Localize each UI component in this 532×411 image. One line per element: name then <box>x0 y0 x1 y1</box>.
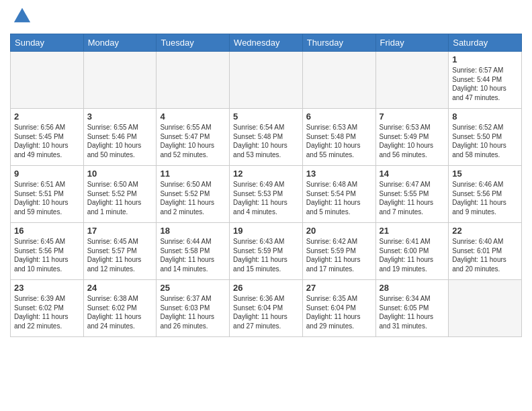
day-info: Sunrise: 6:50 AM Sunset: 5:52 PM Dayligh… <box>87 180 153 216</box>
calendar-cell <box>157 52 230 109</box>
calendar-cell: 3Sunrise: 6:55 AM Sunset: 5:46 PM Daylig… <box>83 109 157 166</box>
logo-icon <box>13 7 32 26</box>
day-info: Sunrise: 6:55 AM Sunset: 5:47 PM Dayligh… <box>160 123 226 159</box>
day-info: Sunrise: 6:44 AM Sunset: 5:58 PM Dayligh… <box>160 237 226 273</box>
day-info: Sunrise: 6:36 AM Sunset: 6:04 PM Dayligh… <box>233 294 299 330</box>
calendar-cell: 19Sunrise: 6:43 AM Sunset: 5:59 PM Dayli… <box>230 223 303 280</box>
day-info: Sunrise: 6:39 AM Sunset: 6:02 PM Dayligh… <box>14 294 80 330</box>
day-info: Sunrise: 6:37 AM Sunset: 6:03 PM Dayligh… <box>160 294 226 330</box>
calendar-body: 1Sunrise: 6:57 AM Sunset: 5:44 PM Daylig… <box>11 52 522 337</box>
day-number: 2 <box>14 111 80 122</box>
day-header-friday: Friday <box>375 34 449 52</box>
day-number: 5 <box>233 111 299 122</box>
day-header-monday: Monday <box>83 34 157 52</box>
calendar-week-5: 23Sunrise: 6:39 AM Sunset: 6:02 PM Dayli… <box>11 280 522 337</box>
calendar-cell: 2Sunrise: 6:56 AM Sunset: 5:45 PM Daylig… <box>11 109 84 166</box>
calendar-cell: 23Sunrise: 6:39 AM Sunset: 6:02 PM Dayli… <box>11 280 84 337</box>
day-info: Sunrise: 6:41 AM Sunset: 6:00 PM Dayligh… <box>380 237 445 273</box>
calendar-cell: 15Sunrise: 6:46 AM Sunset: 5:56 PM Dayli… <box>449 166 522 223</box>
day-info: Sunrise: 6:57 AM Sunset: 5:44 PM Dayligh… <box>452 66 518 102</box>
day-number: 22 <box>452 226 518 236</box>
day-header-sunday: Sunday <box>11 34 84 52</box>
day-number: 21 <box>380 226 445 236</box>
calendar-cell: 21Sunrise: 6:41 AM Sunset: 6:00 PM Dayli… <box>375 223 449 280</box>
day-number: 27 <box>306 283 372 293</box>
day-info: Sunrise: 6:40 AM Sunset: 6:01 PM Dayligh… <box>452 237 518 273</box>
day-info: Sunrise: 6:34 AM Sunset: 6:05 PM Dayligh… <box>380 294 445 330</box>
day-number: 19 <box>233 226 299 236</box>
calendar-week-1: 1Sunrise: 6:57 AM Sunset: 5:44 PM Daylig… <box>11 52 522 109</box>
day-info: Sunrise: 6:42 AM Sunset: 5:59 PM Dayligh… <box>306 237 372 273</box>
day-number: 9 <box>14 169 80 179</box>
day-info: Sunrise: 6:56 AM Sunset: 5:45 PM Dayligh… <box>14 123 80 159</box>
calendar-table: SundayMondayTuesdayWednesdayThursdayFrid… <box>10 34 522 337</box>
day-info: Sunrise: 6:43 AM Sunset: 5:59 PM Dayligh… <box>233 237 299 273</box>
svg-marker-0 <box>14 8 30 22</box>
calendar-cell: 1Sunrise: 6:57 AM Sunset: 5:44 PM Daylig… <box>449 52 522 109</box>
day-header-saturday: Saturday <box>449 34 522 52</box>
day-header-thursday: Thursday <box>302 34 375 52</box>
day-info: Sunrise: 6:53 AM Sunset: 5:49 PM Dayligh… <box>380 123 445 159</box>
calendar-cell: 6Sunrise: 6:53 AM Sunset: 5:48 PM Daylig… <box>302 109 375 166</box>
calendar-cell <box>449 280 522 337</box>
calendar-cell: 8Sunrise: 6:52 AM Sunset: 5:50 PM Daylig… <box>449 109 522 166</box>
day-info: Sunrise: 6:47 AM Sunset: 5:55 PM Dayligh… <box>380 180 445 216</box>
day-number: 13 <box>306 169 372 179</box>
day-info: Sunrise: 6:46 AM Sunset: 5:56 PM Dayligh… <box>452 180 518 216</box>
page: SundayMondayTuesdayWednesdayThursdayFrid… <box>0 0 532 347</box>
calendar-cell: 7Sunrise: 6:53 AM Sunset: 5:49 PM Daylig… <box>375 109 449 166</box>
day-number: 15 <box>452 169 518 179</box>
calendar-cell: 20Sunrise: 6:42 AM Sunset: 5:59 PM Dayli… <box>302 223 375 280</box>
calendar-cell: 17Sunrise: 6:45 AM Sunset: 5:57 PM Dayli… <box>83 223 157 280</box>
day-number: 20 <box>306 226 372 236</box>
day-number: 28 <box>380 283 445 293</box>
calendar-cell: 18Sunrise: 6:44 AM Sunset: 5:58 PM Dayli… <box>157 223 230 280</box>
day-info: Sunrise: 6:38 AM Sunset: 6:02 PM Dayligh… <box>87 294 153 330</box>
calendar-cell <box>302 52 375 109</box>
day-number: 16 <box>14 226 80 236</box>
calendar-cell: 13Sunrise: 6:48 AM Sunset: 5:54 PM Dayli… <box>302 166 375 223</box>
day-info: Sunrise: 6:54 AM Sunset: 5:48 PM Dayligh… <box>233 123 299 159</box>
day-info: Sunrise: 6:51 AM Sunset: 5:51 PM Dayligh… <box>14 180 80 216</box>
calendar-cell <box>230 52 303 109</box>
day-info: Sunrise: 6:52 AM Sunset: 5:50 PM Dayligh… <box>452 123 518 159</box>
day-info: Sunrise: 6:45 AM Sunset: 5:56 PM Dayligh… <box>14 237 80 273</box>
calendar-cell: 28Sunrise: 6:34 AM Sunset: 6:05 PM Dayli… <box>375 280 449 337</box>
day-info: Sunrise: 6:50 AM Sunset: 5:52 PM Dayligh… <box>160 180 226 216</box>
calendar-cell: 27Sunrise: 6:35 AM Sunset: 6:04 PM Dayli… <box>302 280 375 337</box>
day-number: 14 <box>380 169 445 179</box>
day-header-row: SundayMondayTuesdayWednesdayThursdayFrid… <box>11 34 522 52</box>
calendar-cell: 14Sunrise: 6:47 AM Sunset: 5:55 PM Dayli… <box>375 166 449 223</box>
day-number: 23 <box>14 283 80 293</box>
calendar-cell: 4Sunrise: 6:55 AM Sunset: 5:47 PM Daylig… <box>157 109 230 166</box>
day-number: 24 <box>87 283 153 293</box>
day-number: 10 <box>87 169 153 179</box>
calendar-cell: 10Sunrise: 6:50 AM Sunset: 5:52 PM Dayli… <box>83 166 157 223</box>
day-header-wednesday: Wednesday <box>230 34 303 52</box>
day-number: 12 <box>233 169 299 179</box>
day-number: 26 <box>233 283 299 293</box>
day-number: 4 <box>160 111 226 122</box>
day-info: Sunrise: 6:49 AM Sunset: 5:53 PM Dayligh… <box>233 180 299 216</box>
calendar-cell: 25Sunrise: 6:37 AM Sunset: 6:03 PM Dayli… <box>157 280 230 337</box>
calendar-cell <box>11 52 84 109</box>
day-number: 3 <box>87 111 153 122</box>
day-number: 25 <box>160 283 226 293</box>
calendar-cell: 9Sunrise: 6:51 AM Sunset: 5:51 PM Daylig… <box>11 166 84 223</box>
day-number: 1 <box>452 54 518 64</box>
calendar-cell: 11Sunrise: 6:50 AM Sunset: 5:52 PM Dayli… <box>157 166 230 223</box>
day-info: Sunrise: 6:45 AM Sunset: 5:57 PM Dayligh… <box>87 237 153 273</box>
calendar-cell: 12Sunrise: 6:49 AM Sunset: 5:53 PM Dayli… <box>230 166 303 223</box>
header <box>10 7 522 28</box>
day-number: 11 <box>160 169 226 179</box>
day-info: Sunrise: 6:35 AM Sunset: 6:04 PM Dayligh… <box>306 294 372 330</box>
calendar-week-4: 16Sunrise: 6:45 AM Sunset: 5:56 PM Dayli… <box>11 223 522 280</box>
calendar-week-3: 9Sunrise: 6:51 AM Sunset: 5:51 PM Daylig… <box>11 166 522 223</box>
calendar-header: SundayMondayTuesdayWednesdayThursdayFrid… <box>11 34 522 52</box>
day-info: Sunrise: 6:53 AM Sunset: 5:48 PM Dayligh… <box>306 123 372 159</box>
day-header-tuesday: Tuesday <box>157 34 230 52</box>
calendar-cell <box>83 52 157 109</box>
day-info: Sunrise: 6:48 AM Sunset: 5:54 PM Dayligh… <box>306 180 372 216</box>
day-number: 17 <box>87 226 153 236</box>
calendar-cell: 16Sunrise: 6:45 AM Sunset: 5:56 PM Dayli… <box>11 223 84 280</box>
